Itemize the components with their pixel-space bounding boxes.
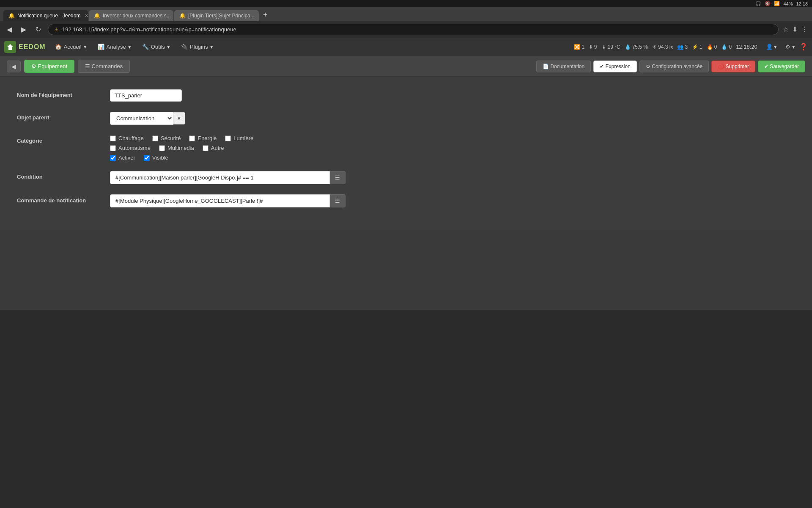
- condition-label: Condition: [17, 171, 110, 180]
- back-button[interactable]: ◀: [4, 24, 14, 35]
- user-menu[interactable]: 👤 ▾: [762, 41, 782, 52]
- back-navigation-button[interactable]: ◀: [7, 61, 21, 72]
- svg-marker-0: [7, 44, 13, 50]
- expression-button[interactable]: ✔ Expression: [593, 61, 637, 72]
- commande-notification-row: Commande de notification ☰: [17, 194, 795, 207]
- download-icon[interactable]: ⬇: [792, 25, 798, 33]
- help-icon[interactable]: ❓: [799, 43, 808, 51]
- battery-level: 44%: [783, 1, 793, 6]
- status-alerts: ⚡ 1: [692, 44, 702, 50]
- jeedom-navbar: EEDOM 🏠 Accueil ▾ 📊 Analyse ▾ 🔧 Outils ▾…: [0, 38, 812, 56]
- forward-button[interactable]: ▶: [19, 24, 29, 35]
- sauvegarder-button[interactable]: ✔ Sauvegarder: [758, 61, 805, 72]
- checkbox-securite-input[interactable]: [152, 135, 158, 141]
- objet-parent-select-wrapper: Communication ▾: [110, 112, 185, 125]
- nom-equipement-row: Nom de l'équipement: [17, 89, 795, 102]
- tab-commandes-button[interactable]: ☰ Commandes: [78, 60, 130, 73]
- nav-accueil[interactable]: 🏠 Accueil ▾: [50, 40, 92, 53]
- checkbox-multimedia-input[interactable]: [159, 145, 165, 151]
- status-fire: 🔥 0: [707, 44, 717, 50]
- objet-parent-select[interactable]: Communication: [110, 112, 173, 125]
- nav-outils[interactable]: 🔧 Outils ▾: [137, 40, 175, 53]
- nav-accueil-label: Accueil: [64, 44, 82, 50]
- browser-tab-3[interactable]: 🔔 [Plugin Tiers][Sujet Principa... ✕: [174, 10, 259, 21]
- nav-plugins[interactable]: 🔌 Plugins ▾: [176, 40, 218, 53]
- browser-actions: ☆ ⬇ ⋮: [783, 25, 808, 33]
- commande-notification-label: Commande de notification: [17, 194, 110, 204]
- commande-notification-list-button[interactable]: ☰: [330, 194, 346, 207]
- nom-equipement-input[interactable]: [110, 89, 182, 102]
- checkbox-lumiere-input[interactable]: [225, 135, 231, 141]
- checkbox-chauffage-label: Chauffage: [118, 135, 144, 141]
- supprimer-button[interactable]: 🚫 Supprimer: [711, 61, 755, 72]
- nav-plugins-label: Plugins: [190, 44, 208, 50]
- checkbox-lumiere[interactable]: Lumière: [225, 135, 253, 141]
- status-humidity: 💧 75.5 %: [625, 44, 648, 50]
- select-dropdown-arrow-icon[interactable]: ▾: [173, 112, 185, 124]
- checkbox-lumiere-label: Lumière: [233, 135, 253, 141]
- checkbox-activer[interactable]: Activer: [110, 155, 135, 161]
- plugins-icon: 🔌: [181, 44, 188, 50]
- jeedom-logo[interactable]: EEDOM: [4, 41, 46, 53]
- objet-parent-label: Objet parent: [17, 112, 110, 121]
- checkbox-chauffage-input[interactable]: [110, 135, 116, 141]
- commande-notification-input[interactable]: [110, 194, 330, 207]
- browser-tab-1[interactable]: 🔔 Notification queue - Jeedom ✕: [3, 10, 88, 21]
- bluetooth-icon: 🎧: [755, 1, 761, 6]
- new-tab-button[interactable]: +: [260, 9, 271, 21]
- status-updates: ⬇ 9: [589, 44, 597, 50]
- documentation-button[interactable]: 📄 Documentation: [536, 61, 591, 72]
- menu-icon[interactable]: ⋮: [801, 25, 808, 33]
- checkbox-visible-input[interactable]: [144, 155, 150, 161]
- condition-list-button[interactable]: ☰: [330, 171, 346, 184]
- analyse-icon: 📊: [98, 44, 104, 50]
- checkbox-automatisme[interactable]: Automatisme: [110, 145, 151, 151]
- checkbox-activer-label: Activer: [118, 155, 135, 161]
- checkbox-energie-input[interactable]: [189, 135, 195, 141]
- tab-favicon-2: 🔔: [94, 13, 100, 19]
- checkbox-energie[interactable]: Energie: [189, 135, 217, 141]
- reload-button[interactable]: ↻: [33, 24, 44, 35]
- tab-favicon-1: 🔔: [8, 13, 15, 19]
- url-box[interactable]: ⚠ 192.168.1.15/index.php?v=d&m=notificat…: [48, 24, 779, 35]
- category-line-1: Chauffage Sécurité Energie Lumière: [110, 135, 253, 141]
- browser-tab-2[interactable]: 🔔 Inverser deux commandes s... ✕: [89, 10, 173, 21]
- condition-input[interactable]: [110, 171, 330, 184]
- nav-time: 12:18:20: [736, 44, 757, 50]
- mute-icon: 🔇: [765, 1, 771, 6]
- checkbox-autre[interactable]: Autre: [203, 145, 224, 151]
- tab-favicon-3: 🔔: [179, 13, 186, 19]
- category-checkboxes: Chauffage Sécurité Energie Lumière: [110, 135, 253, 161]
- config-avancee-button[interactable]: ⚙ Configuration avancée: [639, 61, 709, 72]
- tab-label-3: [Plugin Tiers][Sujet Principa...: [188, 13, 255, 19]
- status-lux: ☀ 94.3 lx: [652, 44, 673, 50]
- status-temp: 🌡 19 °C: [601, 44, 620, 50]
- bookmark-icon[interactable]: ☆: [783, 25, 789, 33]
- tab-close-1[interactable]: ✕: [85, 13, 88, 19]
- categorie-label: Catégorie: [17, 135, 110, 144]
- checkbox-visible[interactable]: Visible: [144, 155, 168, 161]
- tab-equipement-button[interactable]: ⚙ Equipement: [24, 60, 74, 73]
- nav-analyse[interactable]: 📊 Analyse ▾: [93, 40, 136, 53]
- checkbox-securite-label: Sécurité: [161, 135, 181, 141]
- categorie-row: Catégorie Chauffage Sécurité Energie: [17, 135, 795, 161]
- checkbox-automatisme-input[interactable]: [110, 145, 116, 151]
- tabs-bar: 🔔 Notification queue - Jeedom ✕ 🔔 Invers…: [0, 7, 812, 21]
- commande-notification-input-group: ☰: [110, 194, 346, 207]
- active-visible-line: Activer Visible: [110, 155, 253, 161]
- page-toolbar: ◀ ⚙ Equipement ☰ Commandes 📄 Documentati…: [0, 56, 812, 77]
- outils-icon: 🔧: [142, 44, 149, 50]
- accueil-dropdown-icon: ▾: [84, 44, 87, 50]
- checkbox-visible-label: Visible: [152, 155, 168, 161]
- logo-text: EEDOM: [19, 43, 46, 51]
- checkbox-autre-input[interactable]: [203, 145, 208, 151]
- checkbox-securite[interactable]: Sécurité: [152, 135, 181, 141]
- plugins-dropdown-icon: ▾: [210, 44, 213, 50]
- checkbox-chauffage[interactable]: Chauffage: [110, 135, 144, 141]
- settings-menu[interactable]: ⚙ ▾: [781, 41, 799, 52]
- address-bar: ◀ ▶ ↻ ⚠ 192.168.1.15/index.php?v=d&m=not…: [0, 21, 812, 38]
- nom-equipement-label: Nom de l'équipement: [17, 89, 110, 98]
- checkbox-multimedia[interactable]: Multimedia: [159, 145, 194, 151]
- wifi-icon: 📶: [774, 1, 780, 6]
- checkbox-activer-input[interactable]: [110, 155, 116, 161]
